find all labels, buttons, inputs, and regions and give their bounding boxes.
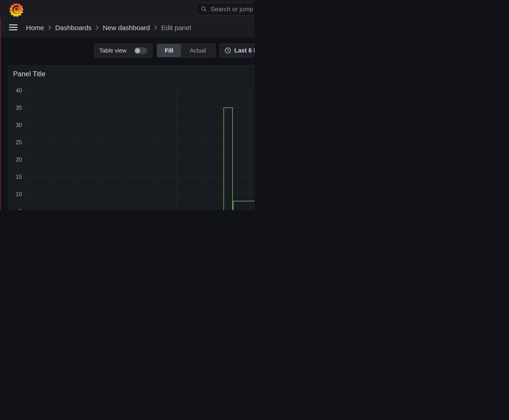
svg-text:10: 10	[16, 191, 22, 197]
svg-text:40: 40	[16, 87, 22, 94]
svg-text:25: 25	[16, 139, 22, 145]
svg-text:5: 5	[19, 208, 22, 210]
svg-text:15: 15	[16, 174, 22, 180]
svg-text:30: 30	[16, 122, 22, 128]
svg-text:20: 20	[16, 156, 22, 163]
svg-text:35: 35	[16, 105, 22, 111]
